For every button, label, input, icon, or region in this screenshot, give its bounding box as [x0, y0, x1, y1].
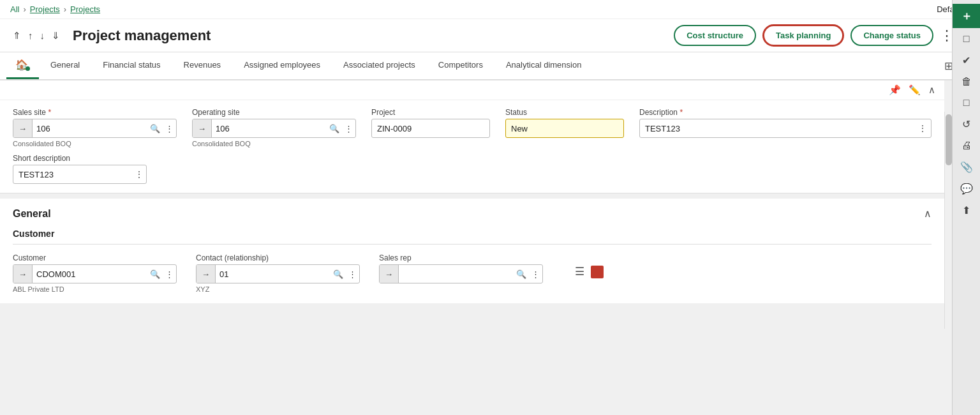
customer-section-title: Customer	[0, 226, 944, 244]
breadcrumb-sep2: ›	[64, 4, 66, 14]
edit-icon[interactable]: ✏️	[909, 84, 921, 96]
pin-icon[interactable]: 📌	[889, 84, 901, 96]
tab-associated-projects[interactable]: Associated projects	[332, 52, 427, 79]
nav-first[interactable]: ⇑	[10, 29, 24, 43]
operating-site-search[interactable]: 🔍	[327, 124, 342, 133]
scrollbar-thumb[interactable]	[946, 114, 952, 165]
tab-competitors[interactable]: Competitors	[427, 52, 494, 79]
red-square-icon[interactable]	[591, 266, 604, 278]
breadcrumb-projects2[interactable]: Projects	[70, 4, 100, 14]
project-input-field[interactable]	[372, 124, 489, 133]
task-planning-button[interactable]: Task planning	[762, 24, 844, 47]
tab-general[interactable]: General	[39, 52, 91, 79]
page-title: Project management	[73, 27, 667, 44]
sidebar-comment-btn[interactable]: 💬	[953, 178, 980, 199]
sidebar-add-btn[interactable]: ＋	[953, 4, 980, 28]
description-field: Description * ⋮	[639, 108, 932, 138]
general-header[interactable]: General ∧	[0, 199, 944, 226]
operating-site-arrow[interactable]: →	[193, 119, 212, 137]
sidebar-refresh-btn[interactable]: ↺	[953, 114, 980, 135]
sales-site-arrow[interactable]: →	[13, 119, 33, 137]
customer-input-field[interactable]	[33, 269, 147, 279]
general-title: General	[13, 208, 51, 220]
tabs-bar: 🏠 General Financial status Revenues Assi…	[0, 52, 980, 80]
breadcrumb: All › Projects › Projects Default ▾	[0, 0, 980, 19]
status-input-field[interactable]	[506, 124, 623, 133]
sidebar-delete-btn[interactable]: 🗑	[953, 72, 980, 92]
sales-site-input: → 🔍 ⋮	[13, 119, 177, 138]
customer-label: Customer	[13, 253, 177, 262]
row-action-icons: ☰	[575, 253, 604, 278]
operating-site-sub: Consolidated BOQ	[192, 140, 356, 147]
project-input	[371, 119, 490, 138]
sales-site-label: Sales site *	[13, 108, 177, 117]
description-label: Description *	[639, 108, 932, 117]
contact-input: → 🔍 ⋮	[196, 264, 360, 283]
nav-prev[interactable]: ↑	[26, 29, 36, 43]
customer-search[interactable]: 🔍	[147, 269, 163, 279]
nav-last[interactable]: ⇓	[49, 29, 63, 43]
header-actions: Cost structure Task planning Change stat…	[674, 24, 970, 47]
project-label: Project	[371, 108, 490, 117]
required-star: *	[48, 108, 51, 117]
short-desc-more[interactable]: ⋮	[131, 169, 147, 179]
top-section-card: 📌 ✏️ ∧ Sales site * → 🔍 ⋮ Consolidated B…	[0, 80, 944, 193]
sidebar-attach-btn[interactable]: 📎	[953, 156, 980, 177]
customer-field: Customer → 🔍 ⋮ ABL Private LTD	[13, 253, 177, 293]
contact-input-field[interactable]	[216, 269, 330, 279]
sales-rep-arrow[interactable]: →	[380, 265, 399, 283]
contact-label: Contact (relationship)	[196, 253, 360, 262]
status-field: Status	[505, 108, 624, 138]
contact-more[interactable]: ⋮	[346, 269, 359, 279]
tab-home[interactable]: 🏠	[6, 52, 39, 79]
sidebar-print-btn[interactable]: 🖨	[953, 135, 980, 156]
sales-rep-input: → 🔍 ⋮	[379, 264, 543, 283]
contact-sub: XYZ	[196, 285, 360, 293]
sidebar-check-btn[interactable]: ✔	[953, 50, 980, 71]
description-more[interactable]: ⋮	[914, 123, 931, 133]
sales-rep-label: Sales rep	[379, 253, 543, 262]
change-status-button[interactable]: Change status	[850, 25, 933, 46]
description-input-field[interactable]	[640, 124, 914, 133]
tab-financial-status[interactable]: Financial status	[91, 52, 172, 79]
sales-rep-field: Sales rep → 🔍 ⋮	[379, 253, 543, 283]
sidebar-square-btn[interactable]: □	[953, 29, 980, 49]
page-header: ⇑ ↑ ↓ ⇓ Project management Cost structur…	[0, 19, 980, 52]
sidebar-upload-btn[interactable]: ⬆	[953, 200, 980, 221]
customer-arrow[interactable]: →	[13, 265, 33, 283]
short-desc-input-field[interactable]	[13, 170, 131, 179]
breadcrumb-all[interactable]: All	[10, 4, 19, 14]
sales-rep-input-field[interactable]	[399, 269, 514, 279]
breadcrumb-projects1[interactable]: Projects	[30, 4, 60, 14]
contact-arrow[interactable]: →	[197, 265, 216, 283]
customer-more[interactable]: ⋮	[163, 269, 176, 279]
sales-rep-search[interactable]: 🔍	[514, 269, 529, 279]
sales-site-search[interactable]: 🔍	[147, 124, 163, 133]
status-input	[505, 119, 624, 138]
sidebar-square2-btn[interactable]: □	[953, 93, 980, 113]
sales-site-more[interactable]: ⋮	[163, 124, 176, 133]
description-input: ⋮	[639, 119, 932, 138]
section-top-bar: 📌 ✏️ ∧	[0, 80, 944, 100]
tab-assigned-employees[interactable]: Assigned employees	[232, 52, 332, 79]
nav-next[interactable]: ↓	[38, 29, 48, 43]
collapse-top-icon[interactable]: ∧	[928, 84, 935, 96]
customer-sub: ABL Private LTD	[13, 285, 177, 293]
sales-site-input-field[interactable]	[33, 124, 147, 133]
operating-site-more[interactable]: ⋮	[342, 124, 355, 133]
home-tab-dot	[26, 66, 30, 71]
short-desc-input: ⋮	[13, 165, 147, 184]
list-icon[interactable]: ☰	[575, 265, 584, 278]
general-collapse-btn[interactable]: ∧	[924, 207, 932, 220]
operating-site-input-field[interactable]	[212, 124, 327, 133]
general-section: General ∧ Customer Customer → 🔍 ⋮ ABL Pr…	[0, 199, 944, 303]
desc-required-star: *	[679, 108, 683, 117]
short-desc-row: Short description ⋮	[0, 151, 944, 193]
customer-input: → 🔍 ⋮	[13, 264, 177, 283]
customer-fields-row: Customer → 🔍 ⋮ ABL Private LTD Contact (…	[0, 251, 944, 303]
tab-analytical-dimension[interactable]: Analytical dimension	[494, 52, 593, 79]
cost-structure-button[interactable]: Cost structure	[674, 25, 756, 46]
tab-revenues[interactable]: Revenues	[172, 52, 233, 79]
contact-search[interactable]: 🔍	[330, 269, 346, 279]
sales-rep-more[interactable]: ⋮	[529, 269, 542, 279]
